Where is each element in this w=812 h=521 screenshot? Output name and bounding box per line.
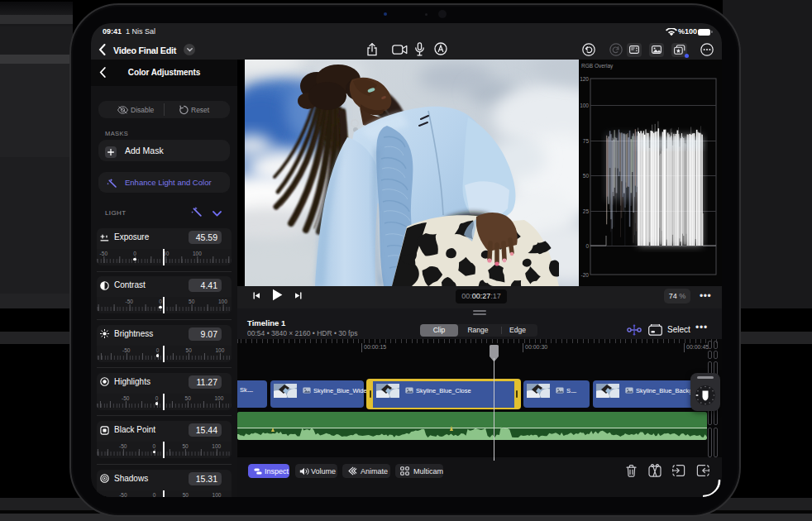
svg-text:100: 100 <box>580 103 589 108</box>
svg-text:50: 50 <box>583 173 590 179</box>
svg-text:120: 120 <box>580 76 589 82</box>
svg-text:-20: -20 <box>581 272 590 278</box>
svg-text:0: 0 <box>585 243 589 249</box>
svg-text:25: 25 <box>583 208 590 214</box>
svg-text:75: 75 <box>583 138 590 144</box>
